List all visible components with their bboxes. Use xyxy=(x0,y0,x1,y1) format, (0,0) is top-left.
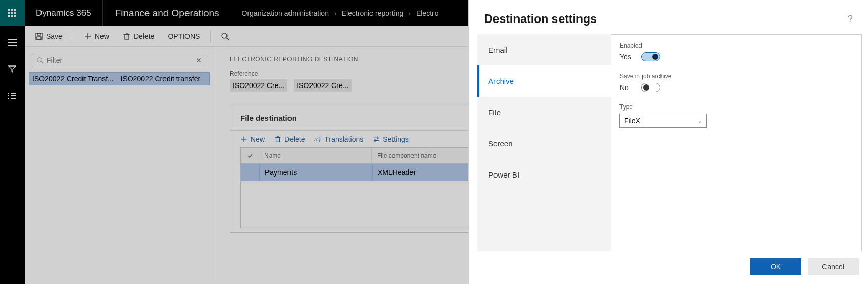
options-button[interactable]: OPTIONS xyxy=(164,30,203,42)
card-delete-button[interactable]: Delete xyxy=(274,135,305,143)
enabled-field: Enabled Yes xyxy=(619,42,853,61)
svg-text:字: 字 xyxy=(318,137,322,142)
chevron-right-icon: › xyxy=(334,9,337,17)
tab-powerbi[interactable]: Power BI xyxy=(477,159,611,190)
svg-point-29 xyxy=(37,58,42,62)
list-panel: ✕ ISO20022 Credit Transf... ISO20022 Cre… xyxy=(25,47,214,284)
trash-icon xyxy=(122,32,131,40)
plus-icon xyxy=(240,136,247,143)
list-row-ref: ISO20022 Credit Transf... xyxy=(32,75,121,83)
svg-rect-6 xyxy=(8,15,10,17)
cancel-button[interactable]: Cancel xyxy=(808,258,859,275)
check-icon xyxy=(247,152,253,159)
breadcrumb-item[interactable]: Organization administration xyxy=(242,9,329,17)
tab-email[interactable]: Email xyxy=(477,34,611,65)
search-icon xyxy=(36,57,44,64)
hamburger-icon xyxy=(8,39,17,46)
dialog-header: Destination settings ? xyxy=(469,0,868,31)
svg-line-30 xyxy=(42,62,44,64)
clear-filter-button[interactable]: ✕ xyxy=(196,56,202,64)
reference-field[interactable]: ISO20022 Cre... xyxy=(294,79,352,92)
svg-marker-12 xyxy=(9,66,16,72)
dialog-tab-list: Email Archive File Screen Power BI xyxy=(477,34,611,251)
filter-rail-button[interactable] xyxy=(0,61,25,77)
chevron-right-icon: › xyxy=(408,9,411,17)
list-icon xyxy=(8,93,16,99)
save-icon xyxy=(35,32,43,40)
list-rail-button[interactable] xyxy=(0,88,25,104)
hamburger-button[interactable] xyxy=(0,34,25,51)
svg-rect-2 xyxy=(14,9,16,11)
card-settings-button[interactable]: Settings xyxy=(373,135,409,143)
plus-icon xyxy=(84,32,92,40)
destination-settings-dialog: Destination settings ? Email Archive Fil… xyxy=(468,0,868,284)
breadcrumb-item[interactable]: Electro xyxy=(416,9,439,17)
savejob-field: Save in job archive No xyxy=(619,73,853,92)
list-row-name: ISO20022 Credit transfer xyxy=(121,75,206,83)
type-field: Type FileX ⌄ xyxy=(619,103,853,128)
svg-rect-1 xyxy=(11,9,13,11)
row-name-cell: Payments xyxy=(260,164,373,181)
funnel-icon xyxy=(8,65,16,73)
left-rail xyxy=(0,26,25,284)
svg-point-27 xyxy=(222,33,227,38)
type-label: Type xyxy=(619,103,853,111)
swap-icon xyxy=(373,136,380,143)
svg-rect-8 xyxy=(14,15,16,17)
grid-header-name[interactable]: Name xyxy=(259,148,372,163)
dialog-form: Enabled Yes Save in job archive No Type … xyxy=(611,34,862,251)
svg-rect-7 xyxy=(11,15,13,17)
dialog-body: Email Archive File Screen Power BI Enabl… xyxy=(469,31,868,254)
svg-rect-5 xyxy=(14,12,16,14)
svg-rect-4 xyxy=(11,12,13,14)
new-button[interactable]: New xyxy=(80,30,112,42)
savejob-label: Save in job archive xyxy=(619,73,853,80)
tab-archive[interactable]: Archive xyxy=(477,65,611,97)
svg-rect-0 xyxy=(8,9,10,11)
svg-text:A: A xyxy=(314,137,317,142)
dialog-footer: OK Cancel xyxy=(469,254,868,284)
savejob-toggle[interactable] xyxy=(641,83,660,92)
reference-field[interactable]: ISO20022 Cre... xyxy=(230,79,287,92)
svg-rect-33 xyxy=(276,138,280,142)
filter-input[interactable] xyxy=(47,56,196,64)
savejob-value: No xyxy=(619,83,635,92)
waffle-icon xyxy=(8,9,16,17)
module-label[interactable]: Finance and Operations xyxy=(103,0,232,26)
brand-label[interactable]: Dynamics 365 xyxy=(25,0,103,26)
card-new-button[interactable]: New xyxy=(240,135,265,143)
svg-line-28 xyxy=(226,38,229,40)
row-select-cell[interactable] xyxy=(241,164,260,181)
filter-box[interactable]: ✕ xyxy=(32,54,206,67)
divider xyxy=(73,30,73,42)
breadcrumb-item[interactable]: Electronic reporting xyxy=(342,9,404,17)
dialog-title: Destination settings xyxy=(484,12,597,26)
divider xyxy=(210,30,211,42)
svg-rect-24 xyxy=(125,35,129,39)
enabled-toggle[interactable] xyxy=(641,52,660,61)
search-icon xyxy=(221,32,229,40)
app-launcher-button[interactable] xyxy=(0,0,25,26)
list-row[interactable]: ISO20022 Credit Transf... ISO20022 Credi… xyxy=(29,72,210,85)
type-select[interactable]: FileX ⌄ xyxy=(619,114,707,128)
trash-icon xyxy=(274,136,281,143)
svg-rect-20 xyxy=(37,33,40,35)
translate-icon: A字 xyxy=(314,136,321,143)
tab-screen[interactable]: Screen xyxy=(477,128,611,159)
type-select-value: FileX xyxy=(624,117,640,125)
svg-rect-21 xyxy=(37,37,41,39)
save-button[interactable]: Save xyxy=(32,30,66,42)
chevron-down-icon: ⌄ xyxy=(698,118,702,124)
card-translations-button[interactable]: A字 Translations xyxy=(314,135,363,143)
grid-header-check[interactable] xyxy=(241,148,259,163)
tab-file[interactable]: File xyxy=(477,97,611,128)
ok-button[interactable]: OK xyxy=(750,258,801,275)
search-button[interactable] xyxy=(218,30,232,42)
delete-button[interactable]: Delete xyxy=(119,30,157,42)
svg-rect-3 xyxy=(8,12,10,14)
help-button[interactable]: ? xyxy=(848,14,853,25)
enabled-value: Yes xyxy=(619,53,635,61)
enabled-label: Enabled xyxy=(619,42,853,49)
